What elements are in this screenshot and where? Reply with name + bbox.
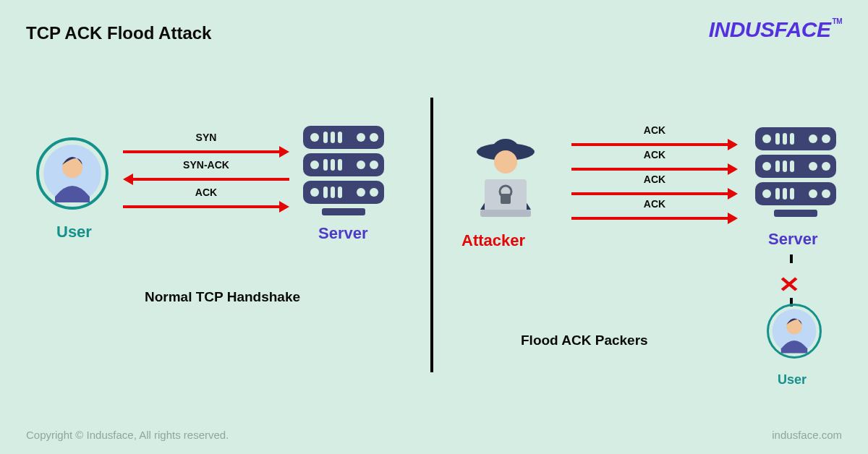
svg-rect-47 xyxy=(775,188,780,200)
svg-rect-20 xyxy=(331,187,335,198)
svg-rect-33 xyxy=(774,210,817,217)
arrow-label: SYN xyxy=(123,132,289,143)
svg-rect-35 xyxy=(775,133,780,145)
svg-rect-15 xyxy=(338,159,342,171)
svg-rect-48 xyxy=(783,188,787,200)
ack-arrow: ACK xyxy=(123,200,289,214)
svg-rect-43 xyxy=(790,160,794,172)
svg-point-50 xyxy=(809,189,817,198)
svg-rect-21 xyxy=(338,187,342,198)
svg-point-25 xyxy=(494,150,517,174)
arrow-label: ACK xyxy=(571,198,738,210)
svg-point-16 xyxy=(357,160,365,169)
svg-rect-49 xyxy=(790,188,794,200)
arrow-label: ACK xyxy=(571,174,738,185)
user-label: User xyxy=(778,372,807,387)
arrow-label: ACK xyxy=(123,187,289,198)
svg-rect-9 xyxy=(338,132,342,143)
right-caption: Flood ACK Packers xyxy=(521,333,648,348)
arrow-label: ACK xyxy=(571,149,738,160)
user-avatar-icon xyxy=(767,304,822,361)
svg-point-17 xyxy=(370,160,378,169)
svg-point-6 xyxy=(310,133,319,142)
svg-rect-27 xyxy=(480,210,531,217)
svg-point-51 xyxy=(822,189,830,198)
svg-point-10 xyxy=(357,133,365,142)
svg-point-23 xyxy=(370,188,378,197)
svg-rect-7 xyxy=(323,132,328,143)
syn-arrow: SYN xyxy=(123,145,289,159)
svg-point-18 xyxy=(310,188,319,197)
attacker-label: Attacker xyxy=(461,231,525,250)
attacker-icon xyxy=(459,123,553,227)
domain-text: indusface.com xyxy=(772,429,842,441)
svg-point-22 xyxy=(357,188,365,197)
trademark-symbol: TM xyxy=(833,17,842,25)
svg-rect-37 xyxy=(790,133,794,145)
server-icon xyxy=(752,124,839,225)
svg-point-46 xyxy=(762,189,771,198)
svg-point-44 xyxy=(809,162,817,171)
user-avatar-icon xyxy=(36,137,109,210)
svg-rect-14 xyxy=(331,159,335,171)
blocked-cross-icon: ✕ xyxy=(778,272,800,297)
server-label: Server xyxy=(768,230,818,249)
copyright-text: Copyright © Indusface, All rights reserv… xyxy=(26,429,229,441)
arrow-label: SYN-ACK xyxy=(123,159,289,171)
svg-point-11 xyxy=(370,133,378,142)
svg-point-40 xyxy=(762,162,771,171)
synack-arrow: SYN-ACK xyxy=(123,172,289,187)
connection-dash xyxy=(790,254,793,263)
svg-point-12 xyxy=(310,160,319,169)
svg-point-38 xyxy=(809,134,817,143)
page-title: TCP ACK Flood Attack xyxy=(26,23,211,43)
ack-flood-arrow: ACK xyxy=(571,211,738,226)
svg-rect-42 xyxy=(783,160,787,172)
brand-text: INDUSFACE xyxy=(709,17,831,41)
svg-rect-19 xyxy=(323,187,328,198)
server-label: Server xyxy=(318,224,368,243)
panel-divider xyxy=(430,98,433,372)
svg-rect-13 xyxy=(323,159,328,171)
server-icon xyxy=(300,123,387,223)
left-caption: Normal TCP Handshake xyxy=(145,289,300,305)
user-label: User xyxy=(56,223,92,241)
svg-rect-29 xyxy=(501,194,511,204)
arrow-label: ACK xyxy=(571,124,738,136)
svg-point-45 xyxy=(822,162,830,171)
brand-logo: INDUSFACETM xyxy=(709,17,842,42)
svg-rect-41 xyxy=(775,160,780,172)
svg-point-39 xyxy=(822,134,830,143)
svg-rect-5 xyxy=(322,208,365,215)
svg-point-34 xyxy=(762,134,771,143)
svg-rect-8 xyxy=(331,132,335,143)
svg-rect-36 xyxy=(783,133,787,145)
